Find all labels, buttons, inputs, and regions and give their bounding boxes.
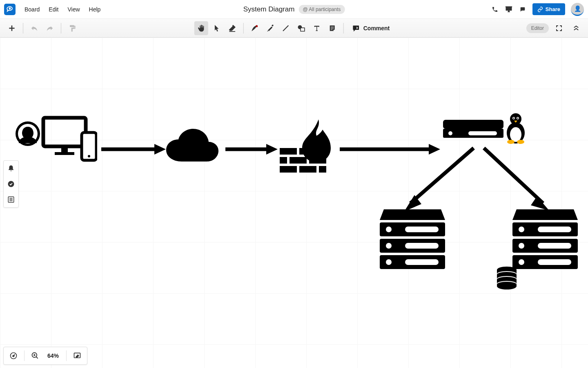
separator	[24, 350, 24, 361]
svg-point-66	[497, 282, 517, 287]
format-painter-button[interactable]	[65, 21, 79, 35]
svg-point-31	[510, 113, 521, 125]
present-icon[interactable]	[505, 5, 513, 13]
node-server-left[interactable]	[380, 209, 445, 275]
bottombar: 64%	[3, 347, 87, 365]
svg-rect-16	[280, 148, 297, 155]
svg-point-45	[386, 243, 392, 249]
svg-rect-10	[61, 148, 68, 152]
svg-rect-46	[405, 243, 439, 249]
svg-point-54	[519, 243, 524, 249]
toolbar-left	[5, 21, 79, 35]
phone-icon[interactable]	[491, 5, 499, 13]
svg-rect-1	[506, 7, 512, 11]
svg-point-27	[448, 131, 452, 135]
notifications-button[interactable]	[6, 163, 16, 174]
fullscreen-button[interactable]	[552, 21, 566, 35]
shape-tool[interactable]	[294, 21, 308, 35]
canvas[interactable]	[0, 38, 588, 368]
svg-point-0	[9, 8, 11, 9]
svg-line-38	[410, 148, 474, 203]
arrow-switch-to-server-left[interactable]	[400, 144, 482, 213]
zoom-level[interactable]: 64%	[44, 352, 62, 359]
comment-tool[interactable]: Comment	[348, 21, 394, 35]
node-user-devices[interactable]	[11, 115, 97, 168]
svg-line-39	[484, 148, 543, 203]
svg-rect-25	[443, 120, 503, 129]
node-firewall[interactable]	[280, 119, 341, 179]
svg-point-43	[386, 227, 392, 232]
svg-rect-18	[280, 157, 287, 164]
share-label: Share	[546, 6, 560, 12]
svg-point-56	[519, 259, 524, 265]
node-switch[interactable]	[443, 112, 529, 145]
menu-view[interactable]: View	[63, 4, 84, 15]
hand-tool[interactable]	[194, 21, 208, 35]
share-button[interactable]: Share	[532, 3, 565, 15]
collapse-button[interactable]	[569, 21, 583, 35]
arrow-switch-to-server-right[interactable]	[480, 144, 553, 213]
edit-mode-button[interactable]	[71, 349, 84, 362]
svg-rect-22	[299, 166, 316, 173]
main-menu: Board Edit View Help	[20, 4, 105, 15]
menu-help[interactable]: Help	[85, 4, 105, 15]
list-button[interactable]	[6, 194, 16, 205]
svg-rect-23	[319, 166, 326, 173]
undo-button[interactable]	[27, 21, 41, 35]
separator	[66, 350, 67, 361]
separator	[61, 23, 61, 34]
svg-rect-20	[309, 157, 326, 164]
eraser-tool[interactable]	[225, 21, 239, 35]
svg-point-47	[386, 259, 392, 265]
svg-rect-21	[280, 166, 297, 173]
user-avatar[interactable]: 👤	[571, 3, 584, 16]
line-tool[interactable]	[279, 21, 293, 35]
editor-pill[interactable]: Editor	[526, 23, 549, 33]
node-server-right[interactable]	[496, 209, 578, 291]
toolbar-right: Editor	[526, 21, 583, 35]
toolbar: Comment Editor	[0, 19, 588, 38]
svg-rect-19	[290, 157, 307, 164]
tasks-button[interactable]	[6, 179, 16, 189]
svg-rect-57	[538, 259, 571, 265]
svg-rect-11	[55, 152, 74, 155]
text-tool[interactable]	[310, 21, 324, 35]
pen-tool[interactable]	[248, 21, 262, 35]
participants-pill[interactable]: @ All participants	[298, 5, 345, 14]
node-cloud[interactable]	[163, 127, 225, 168]
svg-point-52	[519, 227, 524, 232]
zoom-button[interactable]	[29, 349, 42, 362]
svg-rect-44	[405, 227, 439, 232]
svg-point-13	[88, 155, 90, 157]
svg-rect-28	[468, 131, 497, 135]
marker-tool[interactable]	[263, 21, 277, 35]
navigator-button[interactable]	[7, 349, 20, 362]
svg-point-30	[510, 127, 521, 142]
separator	[243, 23, 244, 34]
topbar-right: Share 👤	[491, 3, 584, 16]
arrow-cloud-to-firewall[interactable]	[225, 143, 278, 155]
svg-rect-9	[43, 118, 86, 146]
separator	[23, 23, 23, 34]
toolbar-center: Comment	[194, 21, 394, 35]
arrow-devices-to-cloud[interactable]	[101, 143, 167, 155]
note-tool[interactable]	[325, 21, 339, 35]
menu-edit[interactable]: Edit	[45, 4, 62, 15]
diagram	[0, 38, 588, 368]
svg-point-34	[513, 118, 514, 119]
menu-board[interactable]: Board	[20, 4, 44, 15]
svg-rect-53	[538, 227, 571, 232]
svg-rect-55	[538, 243, 571, 249]
title-area: System Diagram @ All participants	[243, 5, 345, 14]
svg-rect-17	[299, 148, 316, 155]
svg-point-36	[507, 140, 514, 144]
redo-button[interactable]	[43, 21, 57, 35]
topbar: Board Edit View Help System Diagram @ Al…	[0, 0, 588, 19]
chat-icon[interactable]	[519, 5, 527, 13]
board-title[interactable]: System Diagram	[243, 5, 295, 13]
svg-point-35	[517, 118, 519, 119]
svg-rect-48	[405, 259, 439, 265]
app-logo[interactable]	[4, 4, 16, 15]
pointer-tool[interactable]	[210, 21, 224, 35]
add-button[interactable]	[5, 21, 19, 35]
